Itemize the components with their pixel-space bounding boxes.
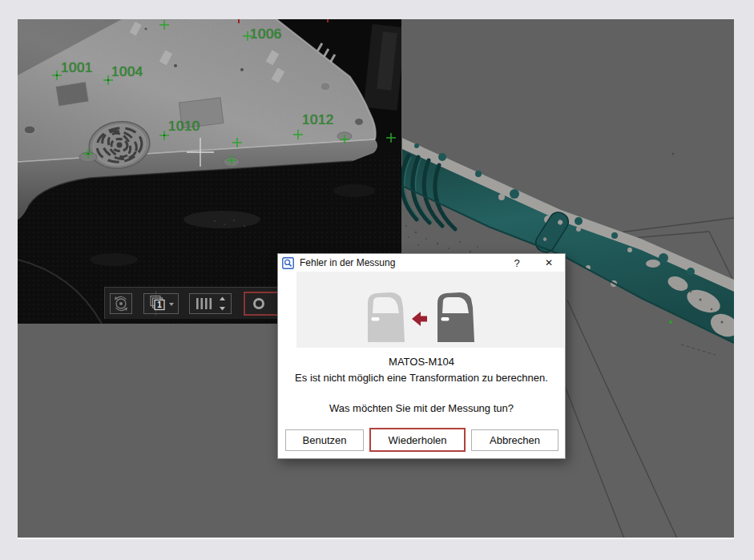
door-light-icon (368, 292, 405, 342)
device-name: MATOS-M104 (278, 356, 565, 368)
arrow-left-icon (412, 312, 427, 326)
cancel-button[interactable]: Abbrechen (471, 429, 558, 451)
image-stack-button[interactable]: 1 (143, 293, 179, 314)
spinner-up-icon (220, 297, 225, 301)
dialog-illustration (296, 272, 564, 348)
svg-text:1: 1 (157, 300, 162, 309)
use-button[interactable]: Benutzen (285, 429, 364, 451)
chevron-down-icon (169, 303, 174, 306)
help-button[interactable]: ? (501, 254, 533, 272)
retry-button[interactable]: Wiederholen (369, 428, 466, 452)
error-message: Es ist nicht möglich eine Transformation… (278, 372, 565, 384)
marker-label: 1001 (61, 61, 93, 75)
target-rotation-icon (112, 295, 130, 312)
marker-label: 1012 (302, 113, 334, 127)
exposure-bars-icon (193, 294, 228, 313)
marker-label-clipped: 1008 (159, 19, 191, 22)
scan-point-green (669, 320, 672, 324)
error-dialog: Fehler in der Messung ? ✕ (277, 253, 566, 459)
marker-label: 1006 (250, 27, 282, 41)
dialog-title: Fehler in der Messung (300, 257, 501, 268)
target-rotation-button[interactable] (110, 293, 132, 314)
record-circle-icon (252, 296, 266, 311)
close-icon[interactable]: ✕ (533, 254, 565, 272)
dialog-button-row: Benutzen Wiederholen Abbrechen (285, 428, 560, 452)
spinner-down-icon (220, 307, 225, 311)
screenshot-frame: 1001 1004 1008 1006 1010 1012 (0, 0, 754, 560)
magnifier-app-icon (282, 257, 294, 269)
app-window: 1001 1004 1008 1006 1010 1012 (18, 19, 734, 539)
dialog-titlebar[interactable]: Fehler in der Messung ? ✕ (278, 254, 565, 272)
question-text: Was möchten Sie mit der Messung tun? (278, 402, 565, 414)
door-dark-icon (437, 292, 474, 342)
image-stack-icon: 1 (147, 295, 175, 312)
door-alignment-illustration (296, 272, 564, 348)
marker-label: 1004 (111, 65, 143, 79)
marker-label: 1010 (168, 119, 200, 133)
exposure-bars-stepper[interactable] (189, 293, 232, 314)
